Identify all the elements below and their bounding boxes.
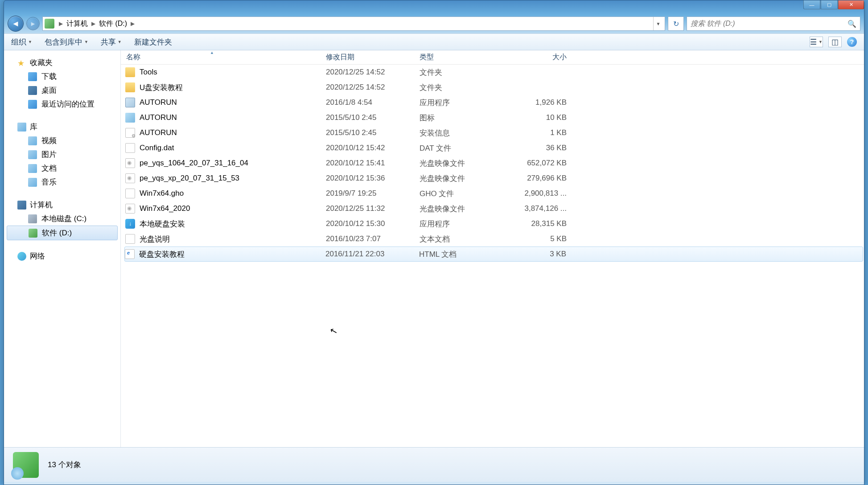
file-row[interactable]: Config.dat2020/10/12 15:42DAT 文件36 KB [121, 140, 864, 156]
file-row[interactable]: Win7x64.gho2019/9/7 19:25GHO 文件2,900,813… [121, 186, 864, 201]
download-icon [28, 72, 37, 81]
toolbar: 组织▼ 包含到库中▼ 共享▼ 新建文件夹 ☰▼ ◫ ? [4, 33, 864, 50]
back-button[interactable]: ◄ [8, 16, 24, 32]
column-name[interactable]: 名称▲ [121, 53, 326, 62]
file-row[interactable]: 硬盘安装教程2016/11/21 22:03HTML 文档3 KB [124, 247, 863, 262]
share-menu[interactable]: 共享▼ [101, 37, 122, 47]
file-date: 2015/5/10 2:45 [326, 128, 420, 137]
file-name: Win7x64_2020 [140, 204, 190, 213]
navigation-pane: ★收藏夹 下载 桌面 最近访问的位置 库 视频 图片 文档 音乐 计算机 本地磁… [4, 50, 121, 447]
file-name: AUTORUN [140, 113, 177, 122]
breadcrumb-current[interactable]: 软件 (D:) [98, 19, 128, 29]
sidebar-libraries-header[interactable]: 库 [4, 120, 120, 134]
file-type: DAT 文件 [420, 143, 513, 153]
file-type-icon [125, 67, 135, 77]
column-size[interactable]: 大小 [513, 53, 576, 62]
file-name: Win7x64.gho [140, 189, 184, 198]
sidebar-downloads[interactable]: 下载 [4, 70, 120, 83]
close-button[interactable]: ✕ [838, 0, 864, 9]
file-size: 36 KB [513, 144, 576, 152]
file-type: GHO 文件 [420, 189, 513, 199]
search-input[interactable] [691, 20, 847, 28]
file-type: 图标 [420, 113, 513, 123]
column-type[interactable]: 类型 [420, 53, 513, 62]
drive-icon [29, 229, 37, 238]
explorer-window: — ▢ ✕ ◄ ► ▶ 计算机 ▶ 软件 (D:) ▶ ▼ ↻ 🔍 组织▼ 包含… [4, 0, 864, 485]
search-icon[interactable]: 🔍 [847, 20, 856, 28]
file-name: AUTORUN [140, 98, 177, 107]
file-name: pe_yqs_1064_20_07_31_16_04 [140, 159, 248, 168]
titlebar[interactable]: — ▢ ✕ [4, 0, 864, 14]
sidebar-documents[interactable]: 文档 [4, 161, 120, 175]
file-name: 本地硬盘安装 [140, 219, 185, 229]
file-row[interactable]: AUTORUN2015/5/10 2:45安装信息1 KB [121, 125, 864, 140]
status-count: 13 个对象 [48, 460, 81, 470]
file-type-icon [125, 249, 135, 259]
file-name: pe_yqs_xp_20_07_31_15_53 [140, 174, 239, 183]
organize-menu[interactable]: 组织▼ [11, 37, 32, 47]
file-type: 安装信息 [420, 128, 513, 138]
drive-icon [28, 214, 37, 223]
music-icon [28, 178, 37, 187]
file-size: 1,926 KB [513, 98, 576, 107]
file-name: Config.dat [140, 144, 174, 152]
sidebar-recent[interactable]: 最近访问的位置 [4, 97, 120, 111]
document-icon [28, 164, 37, 173]
refresh-button[interactable]: ↻ [668, 16, 684, 31]
file-row[interactable]: ↓本地硬盘安装2020/10/12 15:30应用程序28,315 KB [121, 216, 864, 231]
view-mode-button[interactable]: ☰▼ [810, 37, 823, 47]
search-box[interactable]: 🔍 [687, 16, 860, 31]
file-date: 2016/1/8 4:54 [326, 98, 420, 107]
file-row[interactable]: pe_yqs_1064_20_07_31_16_042020/10/12 15:… [121, 156, 864, 171]
preview-pane-button[interactable]: ◫ [828, 37, 842, 47]
file-type-icon [125, 158, 135, 168]
library-icon [17, 123, 26, 132]
sidebar-network-header[interactable]: 网络 [4, 249, 120, 263]
file-size: 3,874,126 ... [513, 204, 576, 213]
file-type-icon [125, 113, 135, 123]
file-date: 2020/10/12 15:42 [326, 144, 420, 152]
help-button[interactable]: ? [847, 37, 857, 47]
file-row[interactable]: AUTORUN2015/5/10 2:45图标10 KB [121, 110, 864, 125]
sidebar-favorites-header[interactable]: ★收藏夹 [4, 56, 120, 70]
new-folder-button[interactable]: 新建文件夹 [134, 37, 172, 47]
body-area: ★收藏夹 下载 桌面 最近访问的位置 库 视频 图片 文档 音乐 计算机 本地磁… [4, 50, 864, 447]
file-type-icon [125, 173, 135, 183]
file-name: Tools [140, 68, 157, 77]
status-drive-icon [13, 452, 39, 478]
file-type: HTML 文档 [419, 249, 513, 259]
sidebar-drive-d[interactable]: 软件 (D:) [7, 226, 118, 240]
sidebar-computer-header[interactable]: 计算机 [4, 198, 120, 212]
breadcrumb-dropdown[interactable]: ▼ [653, 17, 663, 30]
file-size: 2,900,813 ... [513, 189, 576, 198]
file-row[interactable]: AUTORUN2016/1/8 4:54应用程序1,926 KB [121, 95, 864, 110]
breadcrumb[interactable]: ▶ 计算机 ▶ 软件 (D:) ▶ ▼ [42, 16, 665, 31]
breadcrumb-root[interactable]: 计算机 [66, 19, 89, 29]
file-row[interactable]: Tools2020/12/25 14:52文件夹 [121, 65, 864, 80]
include-library-menu[interactable]: 包含到库中▼ [45, 37, 88, 47]
file-type: 光盘映像文件 [420, 173, 513, 184]
file-date: 2020/12/25 11:32 [326, 204, 420, 213]
sidebar-pictures[interactable]: 图片 [4, 148, 120, 161]
maximize-button[interactable]: ▢ [821, 0, 838, 9]
file-row[interactable]: Win7x64_20202020/12/25 11:32光盘映像文件3,874,… [121, 201, 864, 216]
sidebar-desktop[interactable]: 桌面 [4, 83, 120, 97]
sidebar-music[interactable]: 音乐 [4, 175, 120, 189]
file-row[interactable]: U盘安装教程2020/12/25 14:52文件夹 [121, 80, 864, 95]
forward-button[interactable]: ► [26, 17, 40, 30]
file-row[interactable]: pe_yqs_xp_20_07_31_15_532020/10/12 15:36… [121, 171, 864, 186]
sidebar-drive-c[interactable]: 本地磁盘 (C:) [4, 212, 120, 226]
column-headers: 名称▲ 修改日期 类型 大小 [121, 50, 864, 65]
file-type: 文本文档 [420, 234, 513, 244]
sort-indicator-icon: ▲ [210, 50, 214, 55]
file-size: 3 KB [513, 250, 575, 259]
file-type: 光盘映像文件 [420, 204, 513, 214]
file-name: 光盘说明 [140, 234, 170, 244]
file-row[interactable]: 光盘说明2016/10/23 7:07文本文档5 KB [121, 231, 864, 247]
minimize-button[interactable]: — [803, 0, 820, 9]
sidebar-videos[interactable]: 视频 [4, 134, 120, 148]
column-date[interactable]: 修改日期 [326, 53, 420, 62]
file-type-icon [125, 143, 135, 153]
picture-icon [28, 150, 37, 159]
drive-icon [45, 19, 54, 29]
